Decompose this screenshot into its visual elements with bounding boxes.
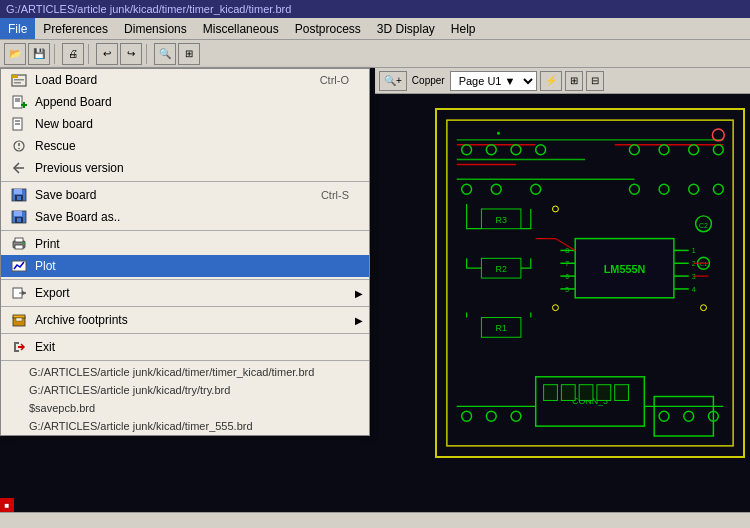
menu-item-3d display[interactable]: 3D Display [369,18,443,39]
menu-divider-15 [1,333,369,334]
plot-icon [9,258,29,274]
dropdown-item-export[interactable]: Export▶ [1,282,369,304]
submenu-arrow-icon: ▶ [355,315,363,326]
recent-file-1[interactable]: G:/ARTICLES/article junk/kicad/try/try.b… [1,381,369,399]
dropdown-item-append-board[interactable]: Append Board [1,91,369,113]
dropdown-item-save-board[interactable]: Save boardCtrl-S [1,184,369,206]
dropdown-item-label: Export [35,286,70,300]
recent-file-3[interactable]: G:/ARTICLES/article junk/kicad/timer_555… [1,417,369,435]
toolbar-btn-7[interactable]: ⊞ [178,43,200,65]
status-bar [0,512,750,528]
menu-item-miscellaneous[interactable]: Miscellaneous [195,18,287,39]
recent-file-0[interactable]: G:/ARTICLES/article junk/kicad/timer/tim… [1,363,369,381]
svg-rect-88 [544,385,558,401]
svg-text:4: 4 [692,286,696,293]
file-dropdown-menu: Load BoardCtrl-OAppend BoardNew boardRes… [0,68,370,436]
save-board-as..-icon [9,209,29,225]
left-panel: Load BoardCtrl-OAppend BoardNew boardRes… [0,68,375,528]
dropdown-item-label: Rescue [35,139,76,153]
exit-icon [9,339,29,355]
dropdown-item-rescue[interactable]: Rescue [1,135,369,157]
svg-text:1: 1 [692,247,696,254]
dropdown-item-load-board[interactable]: Load BoardCtrl-O [1,69,369,91]
svg-text:C2: C2 [699,222,708,229]
svg-point-27 [23,243,25,245]
menu-item-dimensions[interactable]: Dimensions [116,18,195,39]
svg-text:6: 6 [565,273,569,280]
svg-rect-26 [15,245,23,249]
toolbar-btn-5[interactable]: ↪ [120,43,142,65]
menu-item-postprocess[interactable]: Postprocess [287,18,369,39]
svg-text:R1: R1 [495,323,506,333]
layer-select[interactable]: Page U1 ▼ [450,71,537,91]
svg-point-103 [552,305,558,311]
corner-indicator: ■ [0,498,14,512]
dropdown-item-label: Load Board [35,73,97,87]
menu-divider-5 [1,181,369,182]
svg-text:R2: R2 [495,264,506,274]
svg-rect-2 [14,79,24,81]
submenu-arrow-icon: ▶ [355,288,363,299]
toolbar-btn-6[interactable]: 🔍 [154,43,176,65]
dropdown-item-previous-version[interactable]: Previous version [1,157,369,179]
load-board-icon [9,72,29,88]
svg-point-104 [701,305,707,311]
previous-version-icon [9,160,29,176]
svg-rect-91 [597,385,611,401]
dropdown-item-new-board[interactable]: New board [1,113,369,135]
svg-rect-21 [14,211,22,216]
append-board-icon [9,94,29,110]
copper-label: Copper [412,75,445,86]
main-area: Load BoardCtrl-OAppend BoardNew boardRes… [0,68,750,528]
recent-divider [1,360,369,361]
dropdown-item-label: Save board [35,188,96,202]
dropdown-item-label: Previous version [35,161,124,175]
board-content: R3 R2 R1 LM555N [435,108,745,458]
new-board-icon [9,116,29,132]
dropdown-item-save-board-as[interactable]: Save Board as.. [1,206,369,228]
pcb-board: R3 R2 R1 LM555N [385,98,740,518]
layer-btn-3[interactable]: ⊟ [586,71,604,91]
rescue-icon [9,138,29,154]
corner-text: ■ [5,501,10,510]
svg-text:R3: R3 [495,215,506,225]
dropdown-item-label: New board [35,117,93,131]
svg-text:C1: C1 [700,261,708,267]
svg-text:8: 8 [565,247,569,254]
menu-item-preferences[interactable]: Preferences [35,18,116,39]
print-icon [9,236,29,252]
menu-item-help[interactable]: Help [443,18,484,39]
menu-divider-13 [1,306,369,307]
svg-text:5: 5 [565,286,569,293]
toolbar-btn-2[interactable]: 💾 [28,43,50,65]
menu-item-file[interactable]: File [0,18,35,39]
svg-rect-23 [17,218,21,222]
svg-rect-89 [561,385,575,401]
dropdown-item-archive-footprints[interactable]: Archive footprints▶ [1,309,369,331]
toolbar-btn-1[interactable]: 📂 [4,43,26,65]
dropdown-item-exit[interactable]: Exit [1,336,369,358]
svg-text:LM555N: LM555N [604,263,646,275]
dropdown-item-print[interactable]: Print [1,233,369,255]
dropdown-item-shortcut: Ctrl-S [321,189,349,201]
dropdown-item-label: Plot [35,259,56,273]
svg-rect-32 [13,315,25,318]
svg-rect-25 [15,238,23,242]
svg-point-14 [18,148,20,150]
toolbar-sep-1 [54,44,58,64]
title-bar: G:/ARTICLES/article junk/kicad/timer/tim… [0,0,750,18]
toolbar-btn-4[interactable]: ↩ [96,43,118,65]
layer-btn-2[interactable]: ⊞ [565,71,583,91]
dropdown-item-plot[interactable]: Plot [1,255,369,277]
menu-divider-8 [1,230,369,231]
layer-btn-1[interactable]: ⚡ [540,71,562,91]
dropdown-item-label: Archive footprints [35,313,128,327]
pcb-toolbar: 🔍+ Copper Page U1 ▼ ⚡ ⊞ ⊟ [375,68,750,94]
toolbar-btn-3[interactable]: 🖨 [62,43,84,65]
svg-rect-92 [615,385,629,401]
svg-rect-1 [12,75,18,78]
pcb-area: 🔍+ Copper Page U1 ▼ ⚡ ⊞ ⊟ [375,68,750,528]
recent-file-2[interactable]: $savepcb.brd [1,399,369,417]
svg-text:●: ● [496,129,500,136]
zoom-in-btn[interactable]: 🔍+ [379,71,407,91]
